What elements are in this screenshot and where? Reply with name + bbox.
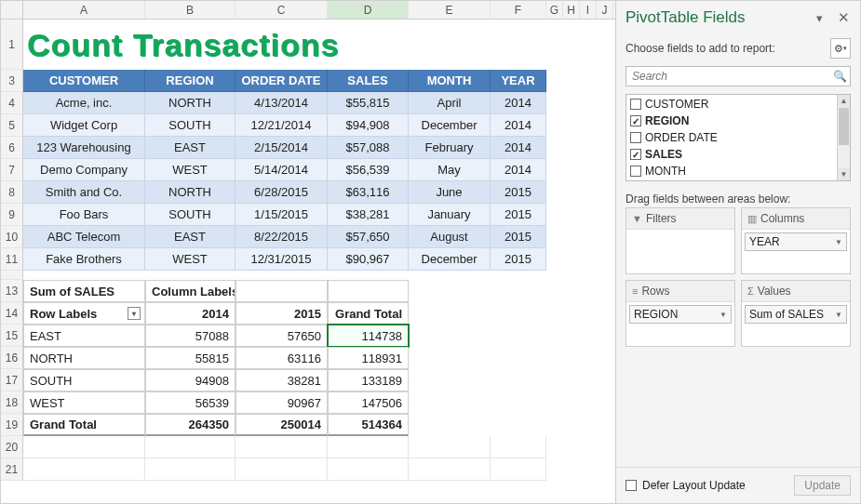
table-cell[interactable]: 2014 [491,137,546,159]
pivot-row-label-cell[interactable]: EAST [23,325,145,347]
table-cell[interactable]: 12/31/2015 [235,248,328,271]
table-cell[interactable]: 5/14/2014 [235,159,328,181]
row-header[interactable]: 19 [1,414,23,436]
pivot-cell[interactable]: 56539 [145,391,235,414]
row-header[interactable]: 4 [1,92,23,114]
col-header-I[interactable]: I [580,1,597,19]
field-checkbox[interactable] [630,166,641,177]
pivot-row-filter-button[interactable]: ▾ [128,307,141,320]
table-cell[interactable]: 6/28/2015 [235,181,328,204]
row-header[interactable]: 1 [1,20,23,70]
table-cell[interactable]: 12/21/2014 [235,114,328,137]
table-cell[interactable]: Foo Bars [23,204,145,226]
table-cell[interactable]: 2015 [491,204,546,226]
row-header[interactable]: 21 [1,458,23,481]
row-header[interactable]: 13 [1,280,23,302]
pivot-row-label-cell[interactable]: WEST [23,391,145,414]
row-header[interactable]: 20 [1,436,23,458]
update-button[interactable]: Update [794,475,851,496]
pivot-cell[interactable]: 90967 [235,391,328,414]
table-cell[interactable]: January [409,204,491,226]
table-cell[interactable]: 1/15/2015 [235,204,328,226]
values-zone[interactable]: ΣValues Sum of SALES▼ [741,280,851,347]
pivot-cell[interactable]: 38281 [235,369,328,391]
pivot-cell[interactable]: 133189 [328,369,409,391]
pivot-cell[interactable]: 94908 [145,369,235,391]
field-item[interactable]: MONTH [626,163,837,179]
table-cell[interactable]: Acme, inc. [23,92,145,114]
field-checkbox[interactable] [630,149,641,160]
table-cell[interactable]: February [409,137,491,159]
row-header[interactable]: 16 [1,347,23,369]
pivot-cell[interactable]: 57650 [235,325,328,347]
table-cell[interactable]: $63,116 [328,181,409,204]
table-cell[interactable]: Demo Company [23,159,145,181]
table-cell[interactable]: August [409,226,491,248]
table-cell[interactable]: 2014 [491,159,546,181]
col-header-A[interactable]: A [23,1,145,19]
row-header[interactable]: 14 [1,302,23,325]
field-list[interactable]: CUSTOMERREGIONORDER DATESALESMONTH [626,95,837,180]
row-header[interactable]: 17 [1,369,23,391]
table-cell[interactable]: April [409,92,491,114]
col-header-B[interactable]: B [145,1,235,19]
table-cell[interactable]: 123 Warehousing [23,137,145,159]
table-cell[interactable]: 2015 [491,181,546,204]
field-item[interactable]: SALES [626,146,837,163]
select-all-corner[interactable] [1,1,23,19]
table-cell[interactable]: 2015 [491,226,546,248]
gear-icon[interactable]: ⚙▾ [830,38,851,59]
table-cell[interactable]: 2/15/2014 [235,137,328,159]
field-checkbox[interactable] [630,132,641,143]
columns-zone[interactable]: ▥Columns YEAR▼ [741,207,851,274]
row-header[interactable]: 9 [1,204,23,226]
table-cell[interactable]: ABC Telecom [23,226,145,248]
row-header[interactable]: 5 [1,114,23,137]
col-header-E[interactable]: E [409,1,491,19]
defer-checkbox[interactable] [626,480,637,491]
table-cell[interactable]: NORTH [145,92,235,114]
search-input[interactable] [626,70,829,83]
pivot-cell[interactable]: 118931 [328,347,409,369]
scroll-thumb[interactable] [839,108,849,145]
row-header[interactable]: 18 [1,391,23,414]
field-item[interactable]: CUSTOMER [626,96,837,113]
pivot-cell[interactable]: 147506 [328,391,409,414]
table-cell[interactable]: June [409,181,491,204]
row-header[interactable]: 6 [1,137,23,159]
row-header[interactable]: 10 [1,226,23,248]
table-cell[interactable]: 4/13/2014 [235,92,328,114]
table-cell[interactable]: $38,281 [328,204,409,226]
table-cell[interactable]: December [409,248,491,271]
table-cell[interactable]: SOUTH [145,204,235,226]
table-cell[interactable]: $55,815 [328,92,409,114]
table-cell[interactable]: $57,650 [328,226,409,248]
table-cell[interactable]: $57,088 [328,137,409,159]
table-cell[interactable]: May [409,159,491,181]
row-header[interactable]: 15 [1,325,23,347]
table-cell[interactable]: 2014 [491,114,546,137]
table-cell[interactable]: Widget Corp [23,114,145,137]
col-header-D[interactable]: D [328,1,409,19]
table-cell[interactable]: WEST [145,159,235,181]
table-cell[interactable]: Smith and Co. [23,181,145,204]
table-cell[interactable]: December [409,114,491,137]
scroll-down-icon[interactable]: ▼ [838,168,850,180]
table-cell[interactable]: $94,908 [328,114,409,137]
col-header-F[interactable]: F [491,1,546,19]
pivot-row-label-cell[interactable]: NORTH [23,347,145,369]
col-header-G[interactable]: G [546,1,563,19]
field-search[interactable]: 🔍 [626,66,851,86]
scroll-up-icon[interactable]: ▲ [838,95,850,107]
pivot-row-label-cell[interactable]: SOUTH [23,369,145,391]
table-cell[interactable]: 8/22/2015 [235,226,328,248]
pivot-cell[interactable]: 55815 [145,347,235,369]
pivot-cell[interactable]: 57088 [145,325,235,347]
field-list-scrollbar[interactable]: ▲ ▼ [837,95,850,180]
table-cell[interactable]: $56,539 [328,159,409,181]
rows-tag-region[interactable]: REGION▼ [629,305,732,324]
table-cell[interactable]: NORTH [145,181,235,204]
row-header[interactable]: 7 [1,159,23,181]
table-cell[interactable]: Fake Brothers [23,248,145,271]
table-cell[interactable]: WEST [145,248,235,271]
